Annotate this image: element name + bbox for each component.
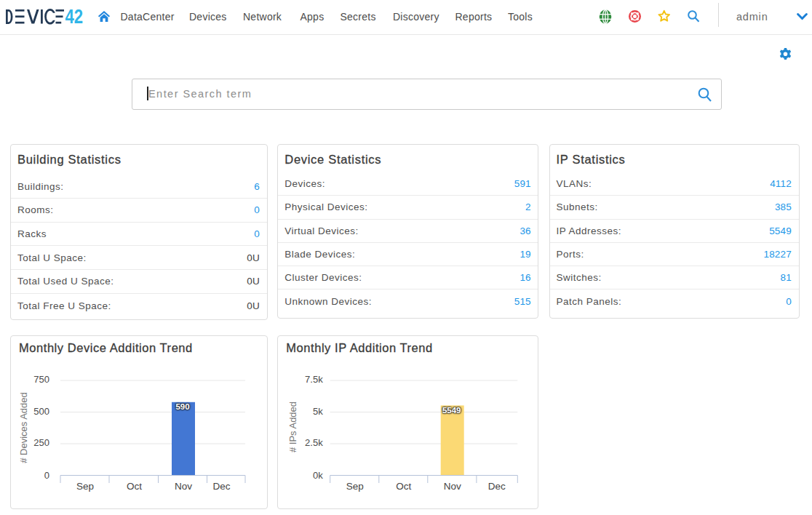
svg-text:5549: 5549	[442, 406, 461, 415]
svg-text:Nov: Nov	[175, 481, 192, 492]
svg-text:5k: 5k	[313, 406, 323, 417]
svg-text:7.5k: 7.5k	[305, 374, 323, 385]
svg-text:42: 42	[65, 6, 84, 28]
svg-text:Sep: Sep	[76, 481, 94, 492]
svg-text:Nov: Nov	[444, 481, 461, 492]
svg-text:2.5k: 2.5k	[305, 437, 323, 448]
svg-text:Oct: Oct	[127, 481, 142, 492]
svg-text:Dec: Dec	[212, 481, 230, 492]
svg-text:250: 250	[33, 437, 49, 448]
svg-text:# Devices Added: # Devices Added	[18, 392, 29, 463]
svg-text:Oct: Oct	[396, 481, 411, 492]
svg-text:Sep: Sep	[346, 481, 364, 492]
svg-text:Dec: Dec	[488, 481, 506, 492]
svg-text:750: 750	[33, 374, 49, 385]
svg-text:590: 590	[175, 402, 189, 411]
svg-text:# IPs Added: # IPs Added	[287, 402, 298, 452]
svg-text:500: 500	[33, 406, 49, 417]
svg-text:0k: 0k	[313, 470, 323, 481]
svg-text:0: 0	[44, 470, 49, 481]
